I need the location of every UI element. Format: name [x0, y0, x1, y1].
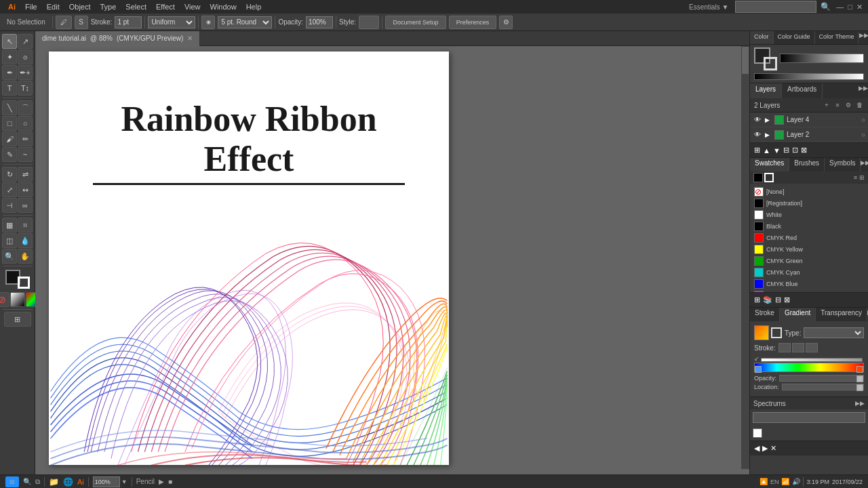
ai-icon-task[interactable]: Ai	[77, 478, 84, 486]
weight-select[interactable]: 5 pt. Round	[218, 16, 272, 28]
menu-type[interactable]: Type	[96, 2, 121, 12]
smooth-tool[interactable]: ~	[18, 147, 33, 162]
scrollbar-thumb-v[interactable]	[742, 47, 749, 74]
swatch-cmyk-magenta[interactable]: CMYK Magenta	[753, 290, 865, 292]
grad-stroke-swatch[interactable]	[771, 327, 782, 338]
menu-effect[interactable]: Effect	[152, 2, 179, 12]
swatch-fill-box[interactable]	[753, 173, 763, 182]
menu-ai[interactable]: Ai	[4, 2, 20, 12]
tool-stop[interactable]: ■	[168, 478, 172, 485]
selection-tool[interactable]: ↖	[2, 34, 17, 49]
layers-move-up[interactable]: ▲	[763, 146, 770, 155]
magic-wand-tool[interactable]: ✦	[2, 49, 17, 64]
swatch-none[interactable]: ⊘ [None]	[753, 186, 865, 197]
layers-menu-icon[interactable]: ≡	[833, 100, 842, 110]
tab-transparency[interactable]: Transparency	[816, 308, 867, 321]
stroke-btn-1[interactable]	[778, 343, 791, 352]
opacity-input[interactable]	[306, 16, 333, 28]
layer-item-4[interactable]: 👁 ▶ Layer 4 ○	[750, 113, 868, 127]
zoom-dropdown[interactable]: ▼	[121, 479, 127, 485]
layers-delete-footer[interactable]: ⊠	[801, 146, 807, 155]
width-tool[interactable]: ⊣	[2, 198, 17, 213]
swatch-cmyk-blue[interactable]: CMYK Blue	[753, 279, 865, 289]
gradient-box[interactable]	[10, 292, 25, 307]
tray-icon-1[interactable]: 🔼	[760, 478, 768, 485]
keyboard-lang[interactable]: EN	[770, 479, 779, 485]
gradient-tool[interactable]: ◫	[2, 233, 17, 248]
tab-color-guide[interactable]: Color Guide	[774, 31, 815, 44]
swatch-cmyk-green[interactable]: CMYK Green	[753, 256, 865, 266]
swatches-panel-close[interactable]: ▶▶	[861, 158, 868, 167]
spectrum-close-btn[interactable]: ✕	[770, 444, 776, 453]
zoom-input[interactable]	[93, 476, 120, 487]
swatch-cmyk-yellow[interactable]: CMYK Yellow	[753, 244, 865, 255]
tab-brushes[interactable]: Brushes	[789, 158, 825, 171]
swatches-view-list[interactable]: ≡	[854, 174, 857, 181]
layers-options-icon[interactable]: ⚙	[844, 100, 853, 110]
canvas-scrollbar-v[interactable]	[741, 46, 749, 469]
menu-view[interactable]: View	[180, 2, 205, 12]
pen-tool[interactable]: ✒	[2, 65, 17, 80]
windows-start[interactable]: ⊞	[5, 476, 19, 487]
brush-icon-btn[interactable]: 🖊	[56, 16, 72, 29]
stroke-swatch[interactable]	[764, 57, 777, 70]
swatch-cmyk-cyan[interactable]: CMYK Cyan	[753, 267, 865, 278]
spectrums-close[interactable]: ▶▶	[855, 399, 865, 408]
direct-selection-tool[interactable]: ↗	[18, 34, 33, 49]
stroke-btn-3[interactable]	[806, 343, 818, 352]
menu-object[interactable]: Object	[65, 2, 95, 12]
grad-handle-right[interactable]	[856, 366, 863, 373]
style-select[interactable]: Uniform	[148, 16, 195, 28]
layers-collect[interactable]: ⊟	[783, 146, 789, 155]
type-tool[interactable]: T	[2, 81, 17, 96]
tab-layers[interactable]: Layers	[750, 83, 782, 98]
blob-brush-tool[interactable]: ✏	[18, 131, 33, 146]
location-slider-thumb[interactable]	[856, 384, 863, 391]
tab-color[interactable]: Color	[750, 31, 774, 44]
rect-tool[interactable]: □	[2, 116, 17, 131]
reflect-tool[interactable]: ⇌	[18, 167, 33, 182]
swatch-delete[interactable]: ⊠	[784, 296, 790, 304]
line-tool[interactable]: ╲	[2, 100, 17, 115]
menu-window[interactable]: Window	[206, 2, 241, 12]
blend-tool[interactable]: ∞	[18, 198, 33, 213]
layers-panel-close[interactable]: ▶▶	[859, 83, 868, 93]
layer-2-lock[interactable]: ○	[862, 131, 865, 138]
swatch-black[interactable]: Black	[753, 221, 865, 232]
grad-handle-left[interactable]	[755, 366, 762, 373]
grad-fill-swatch[interactable]	[754, 325, 769, 340]
menu-help[interactable]: Help	[242, 2, 266, 12]
column-graph-tool[interactable]: ▦	[2, 218, 17, 232]
layer-2-expand[interactable]: ▶	[765, 131, 772, 138]
lasso-tool[interactable]: ⌾	[18, 49, 33, 64]
scale-tool[interactable]: ⤢	[2, 182, 17, 197]
menu-file[interactable]: File	[21, 2, 41, 12]
swatch-white[interactable]: White	[753, 209, 865, 220]
task-view[interactable]: ⧉	[35, 478, 40, 486]
zoom-tool[interactable]: 🔍	[2, 249, 17, 264]
swatch-new[interactable]: ⊞	[754, 296, 760, 304]
layers-move-down[interactable]: ▼	[773, 146, 781, 155]
search-input[interactable]	[735, 1, 816, 13]
gradient-full-bar[interactable]	[754, 363, 864, 372]
menu-edit[interactable]: Edit	[43, 2, 64, 12]
stroke-box[interactable]	[18, 277, 30, 289]
layer-2-eye[interactable]: 👁	[753, 130, 762, 140]
mesh-tool[interactable]: ⌗	[18, 218, 33, 232]
layer-4-expand[interactable]: ▶	[765, 117, 772, 123]
none-icon[interactable]: ⊘	[0, 292, 9, 307]
ellipse-tool[interactable]: ○	[18, 116, 33, 131]
style-btn[interactable]	[359, 16, 379, 29]
spectrum-item-1[interactable]	[753, 427, 865, 439]
volume-icon[interactable]: 🔊	[792, 478, 800, 485]
color-panel-collapse[interactable]: ▶▶	[860, 31, 868, 39]
preferences-button[interactable]: Preferences	[449, 16, 496, 29]
add-anchor-tool[interactable]: ✒+	[18, 65, 33, 80]
gradient-opacity-slider[interactable]	[779, 375, 864, 382]
file-explorer[interactable]: 📁	[49, 477, 59, 487]
layer-4-lock[interactable]: ○	[862, 117, 865, 123]
gradient-type-select[interactable]	[804, 327, 864, 338]
artboard-tool[interactable]: ⊞	[4, 312, 31, 327]
network-icon[interactable]: 📶	[781, 478, 789, 485]
swatch-stroke-box[interactable]	[764, 173, 774, 182]
